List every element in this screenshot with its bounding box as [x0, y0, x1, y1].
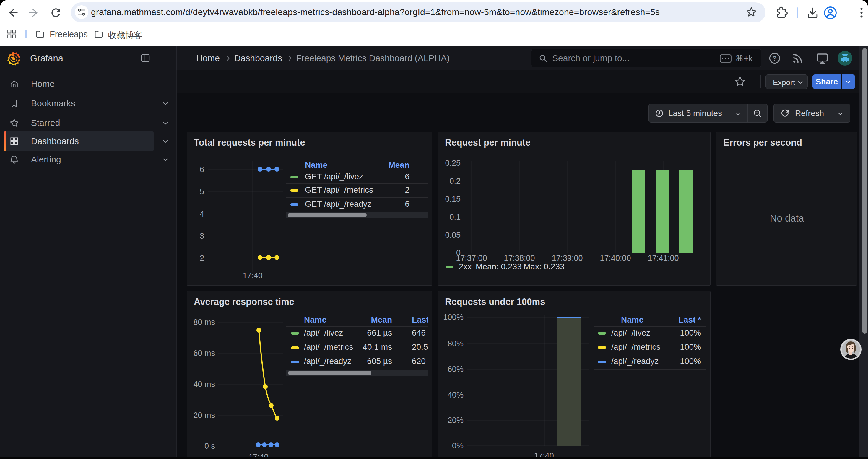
svg-text:0 s: 0 s: [205, 441, 215, 451]
svg-text:17:40: 17:40: [243, 271, 262, 280]
svg-text:60 ms: 60 ms: [193, 349, 215, 358]
svg-text:40%: 40%: [447, 391, 464, 399]
svg-text:17:39:00: 17:39:00: [552, 254, 583, 263]
svg-text:0.1: 0.1: [450, 213, 461, 222]
svg-text:?: ?: [773, 55, 776, 62]
svg-text:40 ms: 40 ms: [193, 380, 215, 389]
svg-text:17:41:00: 17:41:00: [648, 254, 679, 263]
svg-text:20 ms: 20 ms: [193, 411, 215, 420]
svg-text:2: 2: [200, 254, 204, 263]
svg-text:0.25: 0.25: [445, 159, 461, 167]
svg-text:0.15: 0.15: [445, 195, 461, 203]
svg-text:4: 4: [200, 209, 204, 218]
svg-text:17:37:00: 17:37:00: [456, 254, 487, 263]
svg-text:80%: 80%: [447, 339, 464, 348]
svg-text:0.2: 0.2: [450, 177, 461, 186]
svg-text:5: 5: [200, 187, 204, 196]
svg-text:17:40:00: 17:40:00: [600, 254, 631, 263]
svg-text:80 ms: 80 ms: [193, 318, 215, 327]
svg-text:20%: 20%: [447, 416, 464, 425]
svg-text:0%: 0%: [452, 441, 464, 450]
svg-text:100%: 100%: [443, 313, 464, 322]
svg-text:17:38:00: 17:38:00: [504, 254, 535, 263]
svg-text:60%: 60%: [447, 365, 464, 374]
svg-text:3: 3: [200, 232, 204, 240]
svg-text:6: 6: [200, 165, 204, 174]
svg-text:0.05: 0.05: [445, 231, 461, 239]
